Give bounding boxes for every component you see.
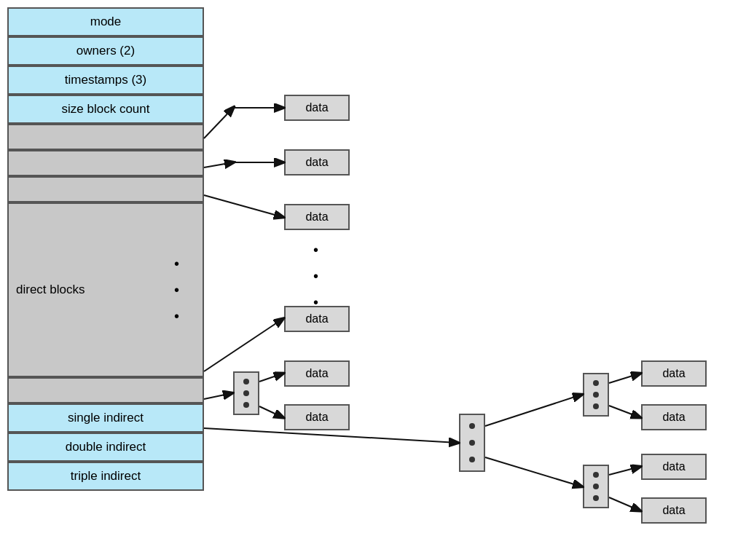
inode-timestamps: timestamps (3) (7, 66, 204, 95)
ptr-dot (243, 390, 249, 396)
inode-single-indirect: single indirect (7, 403, 204, 433)
svg-line-6 (204, 319, 283, 371)
ptr-dot (593, 403, 599, 409)
ptr-dot (243, 402, 249, 408)
ptr-block-single (233, 371, 259, 415)
svg-line-1 (204, 108, 233, 138)
data-block-7: data (641, 360, 707, 387)
svg-line-5 (204, 195, 283, 217)
svg-line-11 (485, 395, 581, 426)
svg-line-8 (259, 374, 283, 382)
inode-direct-1 (7, 124, 204, 150)
inode-mode: mode (7, 7, 204, 36)
svg-line-13 (609, 374, 640, 383)
inode-direct-3 (7, 176, 204, 202)
ptr-dot (593, 484, 599, 489)
ptr-block-double-right-top (583, 373, 609, 417)
inode-structure: mode owners (2) timestamps (3) size bloc… (7, 7, 204, 491)
svg-line-12 (485, 457, 581, 486)
svg-line-16 (609, 497, 640, 510)
data-block-8: data (641, 404, 707, 430)
ptr-dot (469, 440, 475, 446)
diagram: mode owners (2) timestamps (3) size bloc… (0, 0, 746, 560)
inode-size-block-count: size block count (7, 95, 204, 124)
svg-line-9 (259, 406, 283, 417)
svg-line-14 (609, 406, 640, 417)
data-block-1: data (284, 95, 350, 121)
data-block-6: data (284, 404, 350, 430)
ptr-dot (593, 495, 599, 501)
ptr-block-double-right-bot (583, 465, 609, 508)
svg-line-15 (609, 467, 640, 475)
data-block-10: data (641, 497, 707, 524)
ptr-dot (593, 472, 599, 478)
data-block-4: data (284, 306, 350, 332)
inode-direct-2 (7, 150, 204, 176)
data-block-2: data (284, 149, 350, 176)
data-block-9: data (641, 454, 707, 480)
inode-direct-blocks: direct blocks ••• (7, 202, 204, 377)
data-block-3: data (284, 204, 350, 230)
ptr-block-double-mid (459, 414, 485, 472)
inode-double-indirect: double indirect (7, 433, 204, 462)
ptr-dot (593, 380, 599, 386)
inode-direct-last (7, 377, 204, 403)
inode-triple-indirect: triple indirect (7, 462, 204, 491)
svg-line-10 (204, 428, 458, 443)
inode-owners: owners (2) (7, 36, 204, 66)
direct-blocks-dots: ••• (174, 251, 181, 329)
svg-line-3 (204, 162, 233, 167)
ptr-dot (243, 379, 249, 384)
data-block-5: data (284, 360, 350, 387)
svg-line-7 (204, 393, 232, 399)
direct-blocks-label: direct blocks (16, 283, 85, 297)
ptr-dot (469, 423, 475, 429)
data-dots-1: ••• (313, 237, 318, 315)
ptr-dot (469, 457, 475, 462)
ptr-dot (593, 392, 599, 398)
